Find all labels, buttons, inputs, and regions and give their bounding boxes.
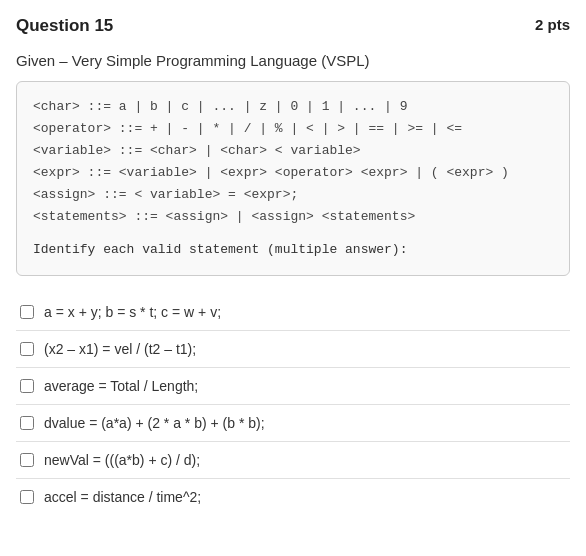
list-item: newVal = (((a*b) + c) / d); [16, 442, 570, 479]
question-subtitle: Given – Very Simple Programming Language… [16, 52, 570, 69]
option-text-5: newVal = (((a*b) + c) / d); [44, 452, 200, 468]
option-text-4: dvalue = (a*a) + (2 * a * b) + (b * b); [44, 415, 265, 431]
checkbox-opt4[interactable] [20, 416, 34, 430]
question-header: Question 15 2 pts [16, 16, 570, 36]
grammar-line-5: <assign> ::= < variable> = <expr>; [33, 184, 553, 206]
checkbox-opt2[interactable] [20, 342, 34, 356]
list-item: dvalue = (a*a) + (2 * a * b) + (b * b); [16, 405, 570, 442]
checkbox-opt3[interactable] [20, 379, 34, 393]
grammar-line-4: <expr> ::= <variable> | <expr> <operator… [33, 162, 553, 184]
list-item: average = Total / Length; [16, 368, 570, 405]
list-item: a = x + y; b = s * t; c = w + v; [16, 294, 570, 331]
grammar-line-1: <char> ::= a | b | c | ... | z | 0 | 1 |… [33, 96, 553, 118]
grammar-line-2: <operator> ::= + | - | * | / | % | < | >… [33, 118, 553, 140]
list-item: accel = distance / time^2; [16, 479, 570, 515]
grammar-box: <char> ::= a | b | c | ... | z | 0 | 1 |… [16, 81, 570, 276]
question-container: Question 15 2 pts Given – Very Simple Pr… [16, 16, 570, 515]
question-title: Question 15 [16, 16, 113, 36]
checkbox-opt5[interactable] [20, 453, 34, 467]
option-text-1: a = x + y; b = s * t; c = w + v; [44, 304, 221, 320]
option-text-3: average = Total / Length; [44, 378, 198, 394]
checkbox-opt6[interactable] [20, 490, 34, 504]
option-text-2: (x2 – x1) = vel / (t2 – t1); [44, 341, 196, 357]
options-list: a = x + y; b = s * t; c = w + v; (x2 – x… [16, 294, 570, 515]
grammar-line-6: <statements> ::= <assign> | <assign> <st… [33, 206, 553, 228]
question-pts: 2 pts [535, 16, 570, 33]
list-item: (x2 – x1) = vel / (t2 – t1); [16, 331, 570, 368]
grammar-line-3: <variable> ::= <char> | <char> < variabl… [33, 140, 553, 162]
option-text-6: accel = distance / time^2; [44, 489, 201, 505]
identify-line: Identify each valid statement (multiple … [33, 239, 553, 261]
checkbox-opt1[interactable] [20, 305, 34, 319]
